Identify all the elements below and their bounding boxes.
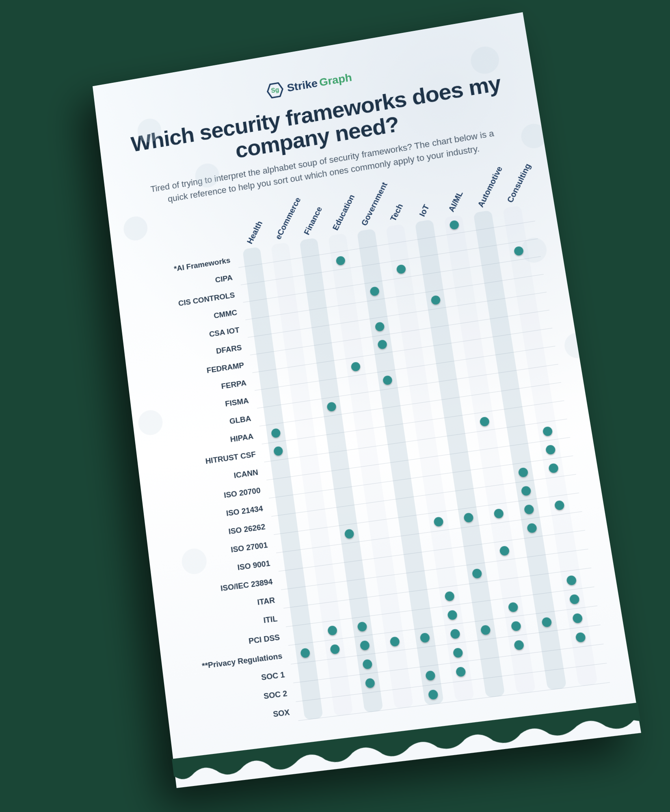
- dot-icon: [527, 523, 537, 533]
- dot-icon: [326, 402, 337, 412]
- dot-icon: [524, 504, 534, 514]
- dot-icon: [479, 416, 490, 427]
- dot-icon: [542, 426, 553, 436]
- brand-logo-mark: Sg: [266, 81, 284, 99]
- dot-icon: [344, 529, 354, 539]
- dot-icon: [300, 648, 310, 658]
- dot-icon: [377, 339, 387, 350]
- dot-icon: [511, 621, 522, 631]
- dot-icon: [463, 512, 474, 523]
- dot-icon: [572, 613, 583, 623]
- framework-industry-matrix: HealtheCommerceFinanceEducationGovernmen…: [239, 204, 606, 721]
- dot-icon: [370, 286, 380, 296]
- row-label: **Privacy Regulations: [186, 650, 294, 672]
- dot-icon: [357, 621, 367, 632]
- dot-icon: [521, 486, 531, 496]
- dot-icon: [428, 689, 439, 700]
- document-sheet: Sg Strike Graph Which security framework…: [93, 12, 641, 788]
- column-header: Government: [359, 181, 389, 227]
- row-label: ICANN: [163, 466, 269, 490]
- dot-icon: [518, 467, 528, 477]
- dot-icon: [327, 625, 338, 636]
- dot-icon: [433, 516, 444, 527]
- dot-icon: [383, 375, 393, 385]
- row-label: SOC 2: [190, 688, 298, 710]
- dot-icon: [444, 591, 455, 601]
- dot-icon: [330, 644, 340, 654]
- dot-icon: [273, 446, 283, 456]
- dot-icon: [545, 444, 556, 455]
- column-header: Health: [245, 219, 265, 245]
- row-label: ISO 26262: [170, 521, 276, 544]
- dot-icon: [449, 220, 459, 230]
- dot-icon: [554, 500, 565, 510]
- row-label: ITIL: [181, 613, 289, 635]
- dot-icon: [453, 647, 463, 658]
- row-label: ISO 27001: [172, 539, 279, 562]
- dot-icon: [472, 568, 482, 579]
- dot-icon: [548, 463, 559, 473]
- dot-icon: [362, 659, 373, 669]
- column-header: Education: [331, 193, 357, 231]
- dot-icon: [566, 575, 577, 585]
- matrix-grid: *AI FrameworksCIPACIS CONTROLSCMMCCSA IO…: [239, 204, 606, 721]
- column-header: eCommerce: [274, 196, 303, 241]
- dot-icon: [508, 602, 519, 612]
- dot-icon: [575, 632, 586, 642]
- column-header: IoT: [417, 203, 431, 218]
- row-label: ISO/IEC 23894: [177, 576, 284, 598]
- dot-icon: [360, 640, 370, 650]
- column-header: AI/ML: [447, 190, 465, 213]
- dot-icon: [350, 361, 361, 371]
- dot-icon: [365, 678, 375, 688]
- row-label: PCI DSS: [183, 632, 291, 654]
- dot-icon: [499, 545, 510, 556]
- dot-icon: [456, 666, 466, 677]
- dot-icon: [430, 295, 441, 305]
- brand-name-a: Strike: [286, 77, 318, 94]
- dot-icon: [271, 428, 281, 438]
- dot-icon: [450, 628, 460, 639]
- dot-icon: [514, 639, 525, 650]
- dot-icon: [396, 264, 406, 274]
- dot-icon: [447, 609, 458, 620]
- row-label: SOC 1: [188, 669, 296, 691]
- dot-icon: [514, 246, 524, 256]
- dot-icon: [425, 670, 436, 681]
- row-label: ITAR: [179, 594, 286, 617]
- svg-text:Sg: Sg: [270, 86, 279, 94]
- dot-icon: [335, 255, 346, 266]
- brand-logo-text: Strike Graph: [286, 71, 353, 94]
- dot-icon: [419, 632, 430, 643]
- column-header: Consulting: [505, 162, 533, 204]
- row-label: SOX: [192, 706, 301, 728]
- brand-name-b: Graph: [318, 71, 352, 89]
- dot-icon: [480, 624, 491, 635]
- dot-icon: [389, 636, 400, 647]
- row-label: ISO 9001: [174, 557, 281, 580]
- column-header: Finance: [302, 205, 324, 236]
- dot-icon: [493, 508, 504, 519]
- column-header: Tech: [388, 202, 405, 222]
- row-label: ISO 20700: [165, 485, 271, 508]
- dot-icon: [375, 322, 385, 332]
- dot-icon: [541, 617, 552, 627]
- row-label: ISO 21434: [168, 503, 274, 525]
- dot-icon: [569, 594, 580, 605]
- column-header: Automotive: [476, 165, 504, 209]
